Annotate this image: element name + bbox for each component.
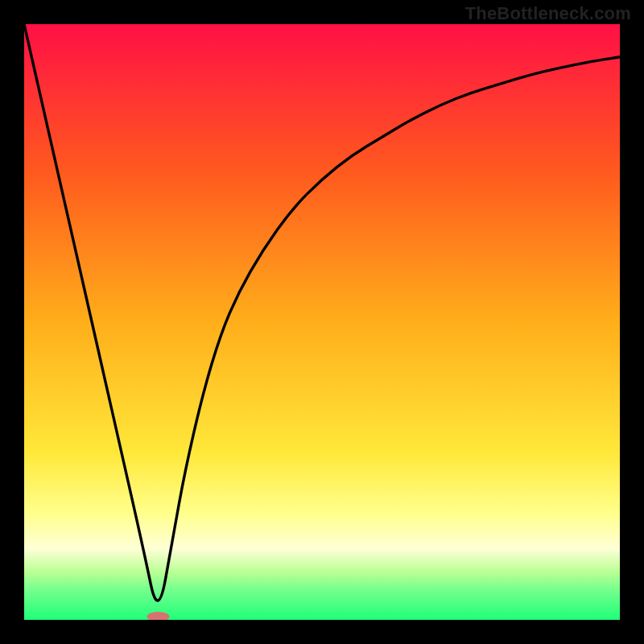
chart-frame: TheBottleneck.com — [0, 0, 644, 644]
watermark-text: TheBottleneck.com — [465, 3, 631, 24]
gradient-bg — [24, 24, 620, 620]
plot-area — [24, 24, 620, 620]
chart-svg — [24, 24, 620, 620]
